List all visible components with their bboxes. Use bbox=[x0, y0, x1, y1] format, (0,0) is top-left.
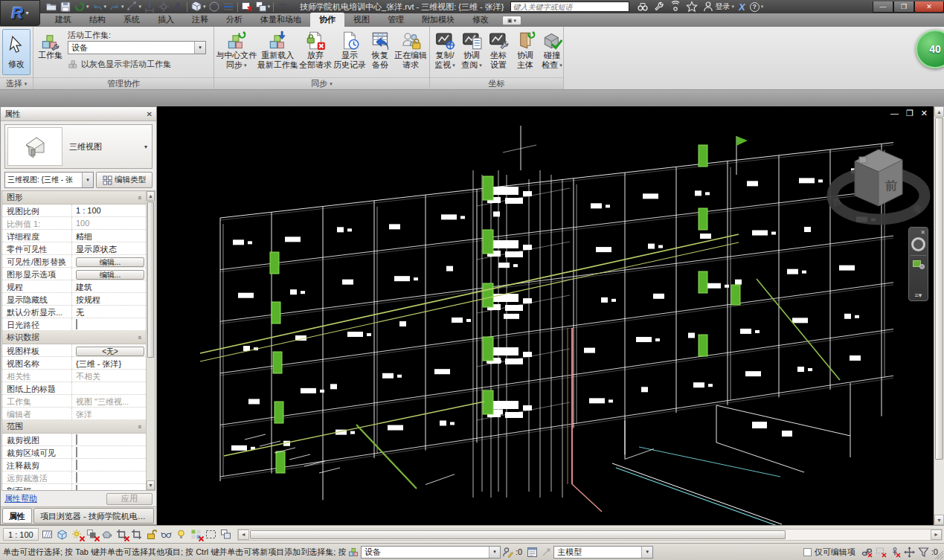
property-section-标识数据[interactable]: 标识数据« bbox=[2, 331, 146, 344]
minimize-button[interactable]: — bbox=[873, 1, 893, 13]
edit-type-button[interactable]: 编辑类型 bbox=[96, 172, 152, 188]
checkbox-icon[interactable] bbox=[76, 472, 77, 483]
text-icon[interactable]: A bbox=[171, 1, 184, 13]
drawing-area[interactable]: — ❐ ✕ 西南前 ✕ ≡▾ bbox=[157, 106, 934, 525]
temporary-view-properties-icon[interactable] bbox=[205, 528, 218, 541]
navbar-menu-icon[interactable]: ≡▾ bbox=[915, 292, 922, 299]
coordinate-panel-label[interactable]: 坐标 bbox=[430, 77, 563, 89]
instance-selector-dropdown[interactable]: 三维视图: {三维 - 张 ▾ bbox=[4, 172, 94, 188]
vertical-scrollbar[interactable]: ▲ ▼ bbox=[934, 106, 944, 525]
shadows-off-icon[interactable] bbox=[86, 528, 99, 541]
scroll-right-icon[interactable]: ► bbox=[931, 530, 942, 540]
detail-level-icon[interactable] bbox=[41, 528, 54, 541]
worksets-button[interactable]: 工作集 bbox=[36, 29, 65, 62]
editing-requests-status-icon[interactable] bbox=[502, 547, 513, 558]
synchronize-with-central-button[interactable]: 与中心文件同步▾ bbox=[216, 29, 257, 71]
selection-filter-icon[interactable] bbox=[918, 547, 929, 558]
design-option-dropdown[interactable]: 主模型 ▾ bbox=[553, 546, 653, 559]
save-icon[interactable] bbox=[59, 1, 72, 13]
crop-view-off-icon[interactable] bbox=[115, 528, 129, 541]
close-properties-icon[interactable]: ✕ bbox=[147, 110, 152, 118]
subscription-center-icon[interactable] bbox=[653, 1, 665, 13]
view-restore-icon[interactable]: ❐ bbox=[906, 109, 914, 118]
gray-inactive-worksets-toggle[interactable]: 以灰色显示非活动工作集 bbox=[68, 57, 206, 71]
properties-help-link[interactable]: 属性帮助 bbox=[4, 493, 37, 504]
3d-view-model[interactable] bbox=[157, 106, 934, 525]
measure-icon[interactable]: ▾ bbox=[126, 1, 143, 13]
sun-path-off-icon[interactable] bbox=[71, 528, 84, 541]
view-close-icon[interactable]: ✕ bbox=[921, 109, 928, 118]
checkbox-icon[interactable] bbox=[76, 434, 77, 445]
zoom-tool-icon[interactable] bbox=[913, 260, 925, 269]
displacement-sets-icon[interactable] bbox=[219, 528, 233, 541]
property-section-图形[interactable]: 图形« bbox=[2, 191, 146, 205]
tag-icon[interactable] bbox=[157, 1, 170, 13]
properties-scrollbar[interactable]: ▲ ▼ bbox=[146, 191, 155, 490]
editable-only-checkbox[interactable]: 仅可编辑项 bbox=[803, 547, 855, 558]
interference-check-button[interactable]: 碰撞检查▾ bbox=[539, 29, 565, 71]
collapse-section-icon[interactable]: « bbox=[135, 196, 143, 199]
checkbox-icon[interactable] bbox=[76, 485, 77, 491]
edit-value-button[interactable]: <无> bbox=[76, 347, 144, 356]
ribbon-tab-系统[interactable]: 系统 bbox=[115, 13, 149, 27]
show-history-button[interactable]: 显示历史记录 bbox=[333, 29, 366, 71]
coordination-review-button[interactable]: 协调查阅▾ bbox=[459, 29, 484, 71]
edit-value-button[interactable]: 编辑... bbox=[76, 270, 144, 280]
show-rendering-dialog-icon[interactable] bbox=[100, 528, 114, 541]
steering-wheel-icon[interactable] bbox=[911, 237, 925, 251]
scroll-up-icon[interactable]: ▲ bbox=[934, 106, 944, 117]
thin-lines-icon[interactable] bbox=[222, 1, 235, 13]
navbar-close-icon[interactable]: ✕ bbox=[920, 229, 925, 236]
close-button[interactable]: ✕ bbox=[914, 1, 944, 13]
tab-properties[interactable]: 属性 bbox=[2, 508, 32, 524]
section-icon[interactable] bbox=[208, 1, 221, 13]
drag-on-selection-toggle-icon[interactable] bbox=[904, 547, 915, 558]
type-selector[interactable]: 三维视图 ▾ bbox=[4, 124, 152, 169]
exchange-apps-icon[interactable]: X bbox=[739, 1, 745, 13]
property-section-范围[interactable]: 范围« bbox=[2, 420, 146, 434]
worksets-status-icon[interactable] bbox=[348, 547, 359, 558]
ribbon-display-toggle[interactable]: ▣▾ bbox=[502, 16, 521, 25]
help-icon[interactable]: ?▾ bbox=[750, 2, 764, 12]
reveal-hidden-elements-icon[interactable] bbox=[175, 528, 188, 541]
checkbox-icon[interactable] bbox=[76, 447, 77, 457]
customize-qat-icon[interactable] bbox=[276, 1, 289, 13]
sync-with-central-icon[interactable]: ▾ bbox=[73, 1, 90, 13]
default-3d-view-icon[interactable]: ▾ bbox=[190, 1, 207, 13]
ribbon-tab-协作[interactable]: 协作 bbox=[310, 13, 344, 27]
ribbon-tab-修改[interactable]: 修改 bbox=[463, 13, 498, 27]
viewcube[interactable]: 西南前 bbox=[825, 135, 933, 235]
ribbon-tab-分析[interactable]: 分析 bbox=[217, 13, 251, 27]
modify-button[interactable]: 修改 bbox=[2, 29, 30, 75]
coordination-host-button[interactable]: 协调主体 bbox=[513, 29, 538, 71]
active-workset-dropdown[interactable]: 设备 ▾ bbox=[68, 41, 206, 54]
coordination-settings-button[interactable]: 坐标设置 bbox=[486, 29, 511, 71]
favorites-star-icon[interactable] bbox=[686, 1, 698, 13]
ribbon-tab-建筑[interactable]: 建筑 bbox=[46, 13, 80, 27]
scroll-up-icon[interactable]: ▲ bbox=[147, 191, 155, 201]
collapse-section-icon[interactable]: « bbox=[135, 425, 143, 428]
aligned-dimension-icon[interactable] bbox=[143, 1, 156, 13]
unlocked-3d-view-icon[interactable] bbox=[145, 528, 158, 541]
scrollbar-thumb[interactable] bbox=[250, 530, 786, 539]
ribbon-tab-附加模块[interactable]: 附加模块 bbox=[413, 13, 463, 27]
synchronize-panel-label[interactable]: 同步▾ bbox=[214, 77, 429, 89]
sign-in-button[interactable]: 登录▾ bbox=[702, 1, 735, 13]
scroll-left-icon[interactable]: ◄ bbox=[238, 530, 249, 540]
view-minimize-icon[interactable]: — bbox=[890, 109, 899, 118]
checkbox-icon[interactable] bbox=[76, 460, 77, 470]
design-options-dialog-icon[interactable] bbox=[527, 547, 538, 558]
ribbon-tab-注释[interactable]: 注释 bbox=[183, 13, 217, 27]
switch-windows-icon[interactable]: ▾ bbox=[254, 1, 272, 13]
ribbon-tab-体量和场地[interactable]: 体量和场地 bbox=[251, 13, 310, 27]
temporary-hide-isolate-icon[interactable] bbox=[160, 528, 173, 541]
select-pinned-toggle-icon[interactable] bbox=[890, 547, 901, 558]
resize-grip[interactable] bbox=[934, 550, 943, 559]
application-menu-button[interactable]: R ▾ bbox=[0, 0, 40, 26]
select-underlay-toggle-icon[interactable] bbox=[876, 547, 887, 558]
communication-center-icon[interactable] bbox=[670, 1, 681, 13]
redo-icon[interactable]: ▾ bbox=[108, 1, 125, 13]
close-inactive-windows-icon[interactable] bbox=[240, 1, 254, 13]
editing-requests-button[interactable]: 正在编辑请求 bbox=[394, 29, 427, 71]
search-icon[interactable] bbox=[637, 1, 649, 13]
